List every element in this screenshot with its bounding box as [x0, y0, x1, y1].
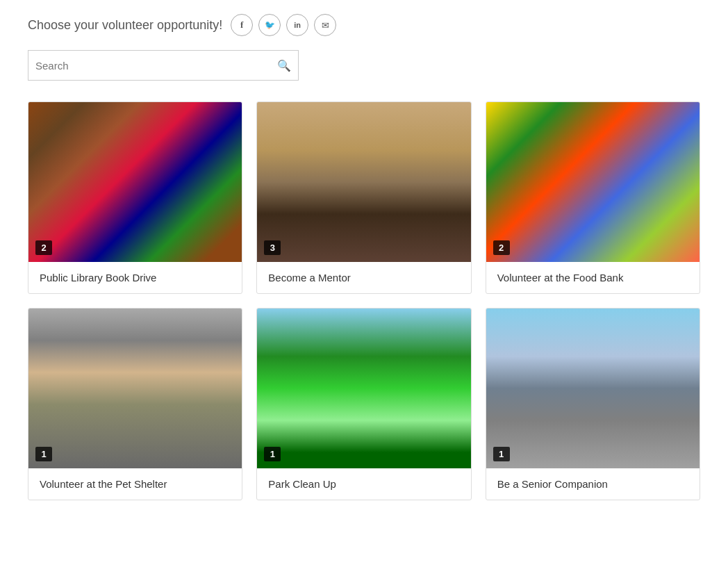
- twitter-icon: 🐦: [265, 20, 275, 30]
- card-image-wrapper: 1: [486, 309, 700, 468]
- card-image: [486, 102, 700, 262]
- social-icons: f 🐦 in ✉: [231, 14, 336, 36]
- card-image: [486, 309, 700, 468]
- search-row: 🔍: [28, 50, 700, 81]
- card-title: Be a Senior Companion: [486, 468, 700, 500]
- card-badge: 2: [35, 240, 52, 255]
- facebook-share-button[interactable]: f: [231, 14, 253, 36]
- card-6[interactable]: 1Be a Senior Companion: [486, 308, 700, 500]
- card-title: Become a Mentor: [257, 262, 470, 293]
- search-icon: 🔍: [277, 60, 291, 72]
- page-title: Choose your volunteer opportunity!: [28, 18, 222, 33]
- card-badge: 1: [264, 447, 281, 461]
- email-icon: ✉: [322, 20, 329, 31]
- card-5[interactable]: 1Park Clean Up: [256, 308, 471, 500]
- card-image-wrapper: 2: [28, 102, 242, 262]
- card-2[interactable]: 3Become a Mentor: [256, 101, 471, 294]
- cards-grid: 2Public Library Book Drive3Become a Ment…: [28, 101, 700, 500]
- twitter-share-button[interactable]: 🐦: [258, 14, 281, 36]
- card-title: Volunteer at the Pet Shelter: [28, 468, 242, 500]
- card-badge: 2: [493, 240, 510, 255]
- linkedin-icon: in: [294, 21, 301, 29]
- header-row: Choose your volunteer opportunity! f 🐦 i…: [28, 14, 700, 36]
- card-image-wrapper: 1: [257, 309, 470, 468]
- email-share-button[interactable]: ✉: [314, 14, 336, 36]
- card-image: [28, 309, 242, 468]
- card-1[interactable]: 2Public Library Book Drive: [28, 101, 242, 294]
- card-image: [257, 102, 470, 262]
- facebook-icon: f: [240, 19, 243, 31]
- card-3[interactable]: 2Volunteer at the Food Bank: [486, 101, 700, 294]
- search-box: 🔍: [28, 50, 299, 81]
- search-input[interactable]: [35, 60, 277, 72]
- card-image-wrapper: 2: [486, 102, 700, 262]
- card-image-wrapper: 1: [28, 309, 242, 468]
- card-title: Park Clean Up: [257, 468, 470, 500]
- card-badge: 1: [493, 447, 510, 461]
- card-image: [257, 309, 470, 468]
- card-title: Volunteer at the Food Bank: [486, 262, 700, 293]
- card-badge: 1: [35, 447, 52, 461]
- card-badge: 3: [264, 240, 281, 255]
- card-image: [28, 102, 242, 262]
- search-button[interactable]: 🔍: [277, 59, 291, 72]
- card-title: Public Library Book Drive: [28, 262, 242, 293]
- card-image-wrapper: 3: [257, 102, 470, 262]
- linkedin-share-button[interactable]: in: [286, 14, 308, 36]
- card-4[interactable]: 1Volunteer at the Pet Shelter: [28, 308, 242, 500]
